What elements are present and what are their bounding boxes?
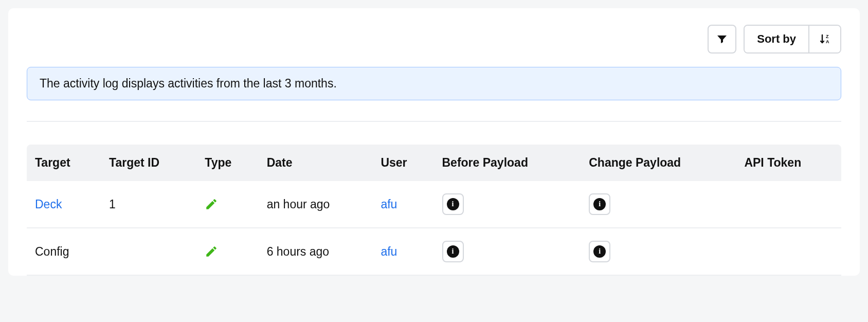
- col-user: User: [372, 145, 433, 181]
- sort-by-label: Sort by: [757, 32, 796, 46]
- pencil-icon: [205, 198, 250, 211]
- filter-icon: [716, 33, 728, 45]
- before-payload-cell: i: [434, 181, 581, 228]
- toolbar: Sort by Z A: [27, 21, 841, 53]
- before-payload-info-button[interactable]: i: [442, 241, 464, 262]
- info-icon: i: [593, 245, 606, 258]
- type-cell: [196, 181, 258, 228]
- activity-log-card: Sort by Z A The activity log displays ac…: [8, 8, 860, 276]
- sort-by-button[interactable]: Sort by: [745, 26, 808, 52]
- col-date: Date: [259, 145, 373, 181]
- info-icon: i: [447, 245, 459, 258]
- api-token-cell: [736, 181, 841, 228]
- info-icon: i: [447, 198, 459, 210]
- before-payload-cell: i: [434, 228, 581, 276]
- col-api-token: API Token: [736, 145, 841, 181]
- activity-table-wrap: Target Target ID Type Date User Before P…: [27, 145, 841, 276]
- svg-text:A: A: [826, 39, 829, 44]
- date-cell: 6 hours ago: [259, 228, 373, 276]
- svg-text:Z: Z: [826, 34, 829, 39]
- type-cell: [196, 228, 258, 276]
- target-cell[interactable]: Deck: [35, 198, 62, 211]
- table-row: Deck1an hour agoafuii: [27, 181, 841, 228]
- date-cell: an hour ago: [259, 181, 373, 228]
- sort-direction-button[interactable]: Z A: [808, 26, 840, 52]
- col-before-payload: Before Payload: [434, 145, 581, 181]
- user-cell[interactable]: afu: [381, 198, 397, 211]
- sort-za-icon: Z A: [819, 33, 831, 45]
- user-cell[interactable]: afu: [381, 245, 397, 258]
- target-id-cell: 1: [101, 181, 196, 228]
- pencil-icon: [205, 245, 250, 258]
- change-payload-cell: i: [581, 181, 736, 228]
- before-payload-info-button[interactable]: i: [442, 193, 464, 215]
- change-payload-info-button[interactable]: i: [589, 241, 610, 262]
- target-cell: Config: [35, 245, 69, 258]
- info-icon: i: [593, 198, 606, 210]
- target-id-cell: [101, 228, 196, 276]
- col-type: Type: [196, 145, 258, 181]
- change-payload-info-button[interactable]: i: [589, 193, 610, 215]
- change-payload-cell: i: [581, 228, 736, 276]
- api-token-cell: [736, 228, 841, 276]
- activity-table: Target Target ID Type Date User Before P…: [27, 145, 841, 276]
- info-alert-text: The activity log displays activities fro…: [40, 77, 337, 90]
- table-header-row: Target Target ID Type Date User Before P…: [27, 145, 841, 181]
- divider: [27, 121, 841, 122]
- filter-button[interactable]: [708, 25, 736, 53]
- col-change-payload: Change Payload: [581, 145, 736, 181]
- info-alert: The activity log displays activities fro…: [27, 67, 841, 100]
- col-target-id: Target ID: [101, 145, 196, 181]
- table-row: Config6 hours agoafuii: [27, 228, 841, 276]
- sort-button-group: Sort by Z A: [744, 25, 841, 53]
- col-target: Target: [27, 145, 101, 181]
